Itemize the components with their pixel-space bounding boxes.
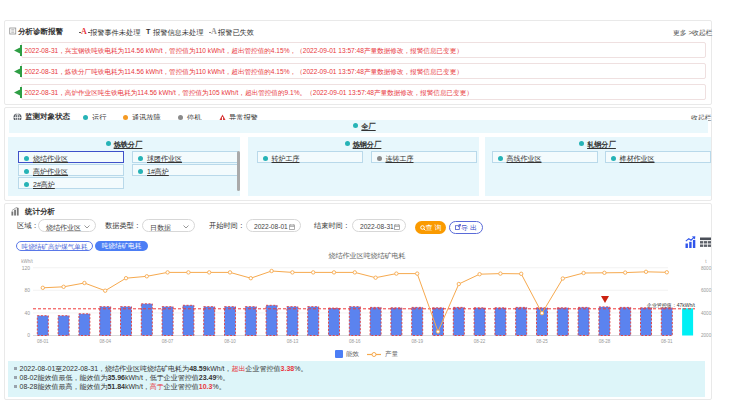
svg-text:08-01: 08-01 [37, 339, 49, 344]
svg-text:40: 40 [24, 310, 30, 316]
svg-text:企业管控值：47kWh/t: 企业管控值：47kWh/t [647, 302, 696, 309]
svg-text:08-22: 08-22 [474, 339, 486, 344]
svg-text:t: t [705, 259, 707, 264]
svg-text:6000: 6000 [701, 288, 712, 293]
svg-text:80: 80 [24, 287, 30, 293]
svg-text:08-19: 08-19 [411, 339, 423, 344]
svg-text:08-13: 08-13 [287, 339, 299, 344]
svg-text:08-04: 08-04 [99, 339, 111, 344]
svg-text:8000: 8000 [701, 266, 712, 271]
svg-text:08-07: 08-07 [162, 339, 174, 344]
svg-text:0: 0 [27, 332, 30, 338]
svg-text:2000: 2000 [701, 333, 712, 338]
svg-text:120: 120 [22, 265, 31, 271]
svg-text:烧结作业区吨烧结矿电耗: 烧结作业区吨烧结矿电耗 [329, 252, 406, 260]
svg-text:08-10: 08-10 [224, 339, 236, 344]
svg-text:08-28: 08-28 [599, 339, 611, 344]
svg-text:08-31: 08-31 [661, 339, 673, 344]
svg-text:kWh/t: kWh/t [21, 259, 33, 264]
svg-text:08-16: 08-16 [349, 339, 361, 344]
svg-text:08-25: 08-25 [536, 339, 548, 344]
svg-text:4000: 4000 [701, 311, 712, 316]
